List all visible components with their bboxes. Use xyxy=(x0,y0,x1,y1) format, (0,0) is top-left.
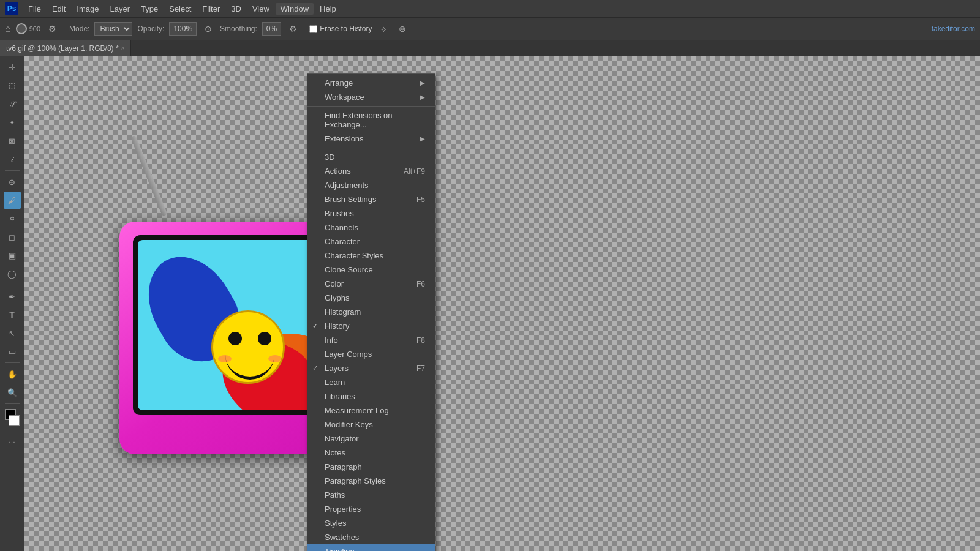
tool-sep-1 xyxy=(5,170,20,171)
menu-select[interactable]: Select xyxy=(164,3,196,15)
dodge-tool[interactable]: ◯ xyxy=(4,265,21,282)
smiley-right-cheek xyxy=(268,355,282,362)
options-toolbar: ⌂ 900 ⚙ Mode: Brush Opacity: 100% ⊙ Smoo… xyxy=(0,17,980,40)
zoom-tool[interactable]: 🔍 xyxy=(4,384,21,401)
erase-to-history-label[interactable]: Erase to History xyxy=(309,24,372,33)
crop-tool[interactable]: ⊠ xyxy=(4,132,21,149)
menu-character[interactable]: Character xyxy=(307,234,435,249)
tab-bar: tv6.gif @ 100% (Layer 1, RGB/8) * × xyxy=(0,40,980,56)
menu-help[interactable]: Help xyxy=(315,3,341,15)
eraser-tool[interactable]: ◻ xyxy=(4,228,21,246)
heal-tool[interactable]: ⊕ xyxy=(4,173,21,190)
menu-histogram[interactable]: Histogram xyxy=(307,305,435,319)
menu-notes[interactable]: Notes xyxy=(307,446,435,460)
pen-tool[interactable]: ✒ xyxy=(4,288,21,305)
menu-clone-source[interactable]: Clone Source xyxy=(307,263,435,277)
marquee-tool[interactable]: ⬚ xyxy=(4,77,21,94)
menu-paths[interactable]: Paths xyxy=(307,488,435,502)
sep1 xyxy=(64,21,64,36)
brush-icon-group: 900 xyxy=(16,23,40,34)
menu-layers[interactable]: ✓ Layers F7 xyxy=(307,361,435,375)
menu-3d[interactable]: 3D xyxy=(226,3,246,15)
menu-extensions[interactable]: Extensions ▶ xyxy=(307,132,435,146)
background-color[interactable] xyxy=(9,415,20,426)
tool-sep-3 xyxy=(5,362,20,363)
shape-tool[interactable]: ▭ xyxy=(4,343,21,360)
pressure-icon[interactable]: ⊙ xyxy=(202,22,215,36)
menu-timeline[interactable]: Timeline xyxy=(307,544,435,551)
smiley-mouth xyxy=(225,349,274,380)
brush-tool[interactable]: 🖌 xyxy=(4,192,21,209)
opacity-value[interactable]: 100% xyxy=(169,22,197,36)
main-layout: ✛ ⬚ 𝒮 ✦ ⊠ 𝒾 ⊕ 🖌 ✡ ◻ ▣ ◯ ✒ T ↖ ▭ ✋ 🔍 … xyxy=(0,56,980,551)
menu-3d[interactable]: 3D xyxy=(307,150,435,164)
menu-find-extensions[interactable]: Find Extensions on Exchange... xyxy=(307,108,435,132)
menu-window[interactable]: Window xyxy=(276,3,314,15)
menu-image[interactable]: Image xyxy=(72,3,104,15)
mode-select[interactable]: Brush xyxy=(94,22,132,36)
extra-tools[interactable]: … xyxy=(4,432,21,449)
menu-adjustments[interactable]: Adjustments xyxy=(307,178,435,192)
menu-brush-settings[interactable]: Brush Settings F5 xyxy=(307,192,435,206)
tab-label: tv6.gif @ 100% (Layer 1, RGB/8) * xyxy=(6,44,119,53)
hand-tool[interactable]: ✋ xyxy=(4,365,21,383)
menu-view[interactable]: View xyxy=(247,3,274,15)
smoothing-value[interactable]: 0% xyxy=(262,22,281,36)
type-tool[interactable]: T xyxy=(4,306,21,323)
menu-paragraph-styles[interactable]: Paragraph Styles xyxy=(307,474,435,488)
menu-info[interactable]: Info F8 xyxy=(307,333,435,347)
menu-measurement-log[interactable]: Measurement Log xyxy=(307,403,435,418)
menu-arrange[interactable]: Arrange ▶ xyxy=(307,76,435,90)
menu-modifier-keys[interactable]: Modifier Keys xyxy=(307,418,435,432)
menu-file[interactable]: File xyxy=(23,3,46,15)
menu-navigator[interactable]: Navigator xyxy=(307,432,435,446)
menu-libraries[interactable]: Libraries xyxy=(307,389,435,403)
magic-wand-tool[interactable]: ✦ xyxy=(4,114,21,131)
tool-sep-4 xyxy=(5,403,20,404)
home-button[interactable]: ⌂ xyxy=(5,23,11,34)
canvas-rotate-icon[interactable]: ⊛ xyxy=(396,22,409,36)
menu-layer-comps[interactable]: Layer Comps xyxy=(307,347,435,361)
menu-workspace[interactable]: Workspace ▶ xyxy=(307,90,435,104)
website-label: takeditor.com xyxy=(932,24,975,33)
menu-history[interactable]: ✓ History xyxy=(307,319,435,333)
erase-to-history-checkbox[interactable] xyxy=(309,25,317,33)
document-tab[interactable]: tv6.gif @ 100% (Layer 1, RGB/8) * × xyxy=(0,40,131,56)
smiley-right-eye xyxy=(258,332,271,345)
lasso-tool[interactable]: 𝒮 xyxy=(4,96,21,113)
clone-tool[interactable]: ✡ xyxy=(4,210,21,227)
menu-glyphs[interactable]: Glyphs xyxy=(307,291,435,305)
move-tool[interactable]: ✛ xyxy=(4,59,21,76)
smiley-face xyxy=(211,310,285,384)
menu-brushes[interactable]: Brushes xyxy=(307,206,435,220)
menu-type[interactable]: Type xyxy=(136,3,163,15)
menu-paragraph[interactable]: Paragraph xyxy=(307,460,435,474)
menu-bar: Ps File Edit Image Layer Type Select Fil… xyxy=(0,0,980,17)
history-check: ✓ xyxy=(312,322,318,330)
menu-character-styles[interactable]: Character Styles xyxy=(307,249,435,263)
menu-filter[interactable]: Filter xyxy=(197,3,225,15)
menu-section-1: Arrange ▶ Workspace ▶ xyxy=(307,74,435,107)
brush-settings-icon[interactable]: ⚙ xyxy=(45,22,59,36)
menu-section-3: 3D Actions Alt+F9 Adjustments Brush Sett… xyxy=(307,148,435,551)
gradient-tool[interactable]: ▣ xyxy=(4,247,21,264)
color-swatches[interactable] xyxy=(4,409,21,426)
tab-close-icon[interactable]: × xyxy=(121,45,125,51)
menu-color[interactable]: Color F6 xyxy=(307,277,435,291)
opacity-label: Opacity: xyxy=(137,24,164,33)
menu-channels[interactable]: Channels xyxy=(307,220,435,234)
menu-layer[interactable]: Layer xyxy=(105,3,135,15)
menu-properties[interactable]: Properties xyxy=(307,502,435,516)
erase-history-group: Erase to History xyxy=(309,24,372,33)
smoothing-settings-icon[interactable]: ⚙ xyxy=(286,22,300,36)
eyedropper-tool[interactable]: 𝒾 xyxy=(4,151,21,168)
menu-styles[interactable]: Styles xyxy=(307,516,435,530)
menu-swatches[interactable]: Swatches xyxy=(307,530,435,544)
canvas-area[interactable]: Arrange ▶ Workspace ▶ Find Extensions on… xyxy=(24,56,980,551)
menu-actions[interactable]: Actions Alt+F9 xyxy=(307,164,435,178)
menu-learn[interactable]: Learn xyxy=(307,375,435,389)
symmetry-icon[interactable]: ⟡ xyxy=(377,22,391,36)
arrange-arrow: ▶ xyxy=(420,80,425,86)
menu-edit[interactable]: Edit xyxy=(47,3,70,15)
path-selection-tool[interactable]: ↖ xyxy=(4,324,21,342)
